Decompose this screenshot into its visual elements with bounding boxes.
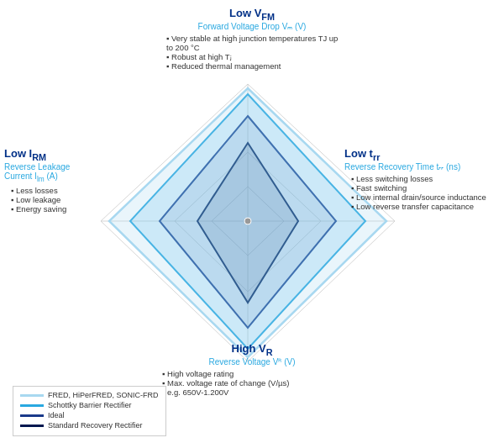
right-bullet-1: Less switching losses	[351, 174, 500, 183]
legend-label-ideal: Ideal	[48, 411, 65, 419]
right-bullets: Less switching losses Fast switching Low…	[344, 174, 500, 211]
annotation-bottom: High VR Reverse Voltage Vᴿ (V) High volt…	[155, 342, 349, 397]
left-bullet-1: Less losses	[11, 186, 147, 195]
legend-item-fred: FRED, HiPerFRED, SONIC-FRD	[20, 391, 159, 399]
bottom-title-sub: R	[266, 347, 273, 357]
top-subtitle: Forward Voltage Drop Vₘ (V)	[160, 22, 344, 31]
top-bullet-3: Reduced thermal management	[166, 61, 344, 71]
left-subtitle: Reverse LeakageCurrent Ilm (A)	[4, 162, 147, 183]
legend-line-ideal	[20, 414, 44, 417]
right-bullet-3: Low internal drain/source inductance	[351, 192, 500, 202]
top-bullet-2: Robust at high Tⱼ	[166, 52, 344, 61]
bottom-subtitle: Reverse Voltage Vᴿ (V)	[155, 357, 349, 367]
legend-line-schottky	[20, 404, 44, 407]
annotation-top: Low VFM Forward Voltage Drop Vₘ (V) Very…	[160, 7, 344, 71]
top-bullets: Very stable at high junction temperature…	[160, 34, 344, 71]
left-title: Low IRM	[4, 147, 147, 162]
legend-line-fred	[20, 394, 44, 397]
left-bullet-2: Low leakage	[11, 195, 147, 204]
legend-label-standard: Standard Recovery Rectifier	[48, 421, 143, 430]
legend-label-schottky: Schottky Barrier Rectifier	[48, 401, 132, 409]
bottom-bullets: High voltage rating Max. voltage rate of…	[155, 369, 349, 397]
right-bullet-2: Fast switching	[351, 183, 500, 192]
left-title-sub: RM	[32, 152, 46, 162]
top-bullet-1: Very stable at high junction temperature…	[166, 34, 344, 52]
legend-item-standard: Standard Recovery Rectifier	[20, 421, 159, 430]
right-subtitle: Reverse Recovery Time tᵣᵣ (ns)	[344, 162, 500, 171]
annotation-right: Low trr Reverse Recovery Time tᵣᵣ (ns) L…	[344, 147, 500, 211]
left-bullet-3: Energy saving	[11, 204, 147, 214]
bottom-bullet-3: e.g. 650V-1.200V	[162, 388, 349, 397]
top-title-sub: FM	[261, 12, 275, 22]
right-title-sub: rr	[373, 152, 380, 162]
legend-item-schottky: Schottky Barrier Rectifier	[20, 401, 159, 409]
bottom-bullet-1: High voltage rating	[162, 369, 349, 378]
top-title: Low VFM	[160, 7, 344, 22]
annotation-left: Low IRM Reverse LeakageCurrent Ilm (A) L…	[4, 147, 147, 214]
right-title: Low trr	[344, 147, 500, 162]
svg-point-9	[244, 218, 251, 224]
legend-line-standard	[20, 425, 44, 427]
main-container: Low VFM Forward Voltage Drop Vₘ (V) Very…	[0, 0, 504, 443]
legend-item-ideal: Ideal	[20, 411, 159, 419]
left-bullets: Less losses Low leakage Energy saving	[4, 186, 147, 214]
bottom-title: High VR	[155, 342, 349, 357]
bottom-bullet-2: Max. voltage rate of change (V/µs)	[162, 378, 349, 388]
legend-label-fred: FRED, HiPerFRED, SONIC-FRD	[48, 391, 159, 399]
right-bullet-4: Low reverse transfer capacitance	[351, 202, 500, 211]
legend: FRED, HiPerFRED, SONIC-FRD Schottky Barr…	[13, 386, 166, 436]
